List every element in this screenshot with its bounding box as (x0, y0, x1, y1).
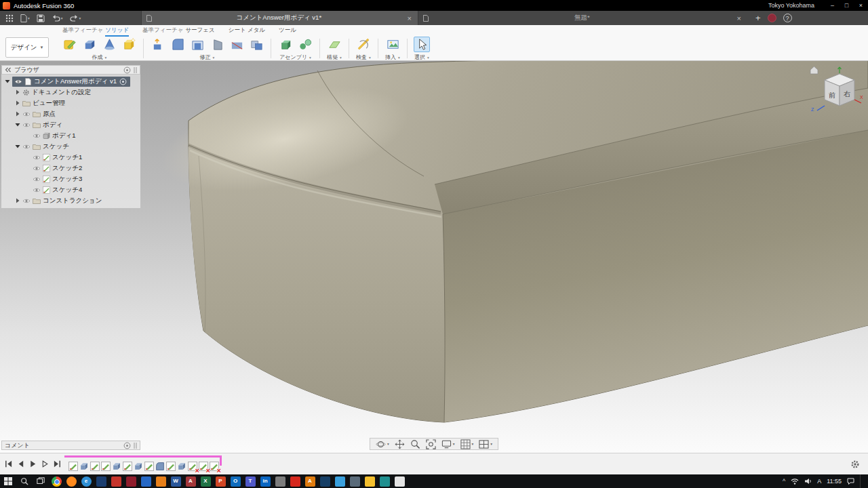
pin-panel-icon[interactable] (123, 442, 131, 449)
timeline-settings-gear-icon[interactable] (850, 460, 860, 469)
file-menu-icon[interactable]: ▾ (18, 11, 32, 25)
timeline-feature-sketch[interactable] (123, 462, 132, 471)
taskbar-app-app-darkblue[interactable] (320, 476, 330, 487)
visibility-eye-icon[interactable] (33, 176, 41, 182)
timeline-feature-sketch[interactable]: × (188, 462, 197, 471)
taskbar-app-word[interactable]: W (171, 476, 181, 487)
insert-canvas-button[interactable] (384, 37, 401, 52)
taskbar-app-outlook[interactable]: O (231, 476, 241, 487)
visibility-eye-icon[interactable] (33, 155, 41, 161)
taskbar-app-chrome[interactable] (52, 476, 62, 487)
timeline-feature-sketch[interactable]: × (199, 462, 208, 471)
joint-button[interactable] (297, 37, 313, 52)
taskbar-app-powerpoint[interactable]: P (216, 476, 226, 487)
minimize-button[interactable]: – (825, 0, 840, 11)
close-tab-icon[interactable]: × (406, 14, 413, 22)
select-cursor-button[interactable] (414, 37, 430, 52)
tree-expand-icon[interactable] (14, 198, 20, 203)
fit-view-icon[interactable] (426, 439, 436, 449)
extrude-button[interactable] (81, 37, 98, 52)
start-button[interactable] (0, 474, 16, 488)
taskbar-app-linkedin[interactable]: in (260, 476, 271, 487)
new-tab-button[interactable]: + (755, 14, 761, 22)
document-tab[interactable]: 無題*× (418, 11, 747, 25)
visibility-eye-icon[interactable] (22, 144, 31, 150)
step-forward-button[interactable] (40, 459, 50, 469)
browser-tree-item[interactable]: スケッチ1 (1, 152, 140, 163)
taskbar-app-autodesk[interactable]: A (305, 476, 315, 487)
ribbon-group-label[interactable]: 構築▾ (327, 54, 342, 61)
browser-tree-item[interactable]: ドキュメントの設定 (1, 87, 140, 98)
timeline-feature-extrude[interactable] (134, 462, 143, 471)
volume-icon[interactable] (804, 478, 812, 485)
taskbar-app-firefox[interactable] (66, 476, 77, 487)
visibility-eye-icon[interactable] (33, 165, 41, 171)
timeline-position-marker[interactable] (64, 455, 220, 458)
browser-root-item[interactable]: コメントAnswer用ボディ v1 (1, 76, 140, 87)
collapse-panel-icon[interactable] (5, 67, 12, 73)
fillet-button[interactable] (170, 37, 186, 52)
timeline-feature-fillet[interactable] (155, 462, 165, 471)
document-tab[interactable]: コメントAnswer用ボディ v1*× (141, 11, 418, 25)
ribbon-tab-ソリッド[interactable]: 基準フィーチャソリッド (62, 26, 129, 36)
ribbon-tab-シート メタル[interactable]: シート メタル (229, 26, 265, 36)
visibility-eye-icon[interactable] (22, 198, 31, 204)
taskbar-app-app-gray[interactable] (275, 476, 285, 487)
clock[interactable]: 11:55 (827, 478, 842, 485)
timeline-feature-sketch[interactable] (68, 462, 78, 471)
view-cube[interactable]: 前 右 X Z (808, 64, 865, 118)
ribbon-group-label[interactable]: 選択▾ (414, 54, 429, 61)
browser-tree-item[interactable]: ビュー管理 (1, 98, 140, 108)
browser-tree-item[interactable]: 原点 (1, 108, 140, 119)
browser-tree-item[interactable]: ボディ (1, 119, 140, 130)
taskbar-app-app-crimson[interactable] (126, 476, 136, 487)
timeline-feature-extrude[interactable] (79, 462, 89, 471)
timeline-feature-sketch[interactable] (166, 462, 176, 471)
browser-tree-item[interactable]: ボディ1 (1, 130, 140, 141)
pan-icon[interactable] (395, 439, 405, 449)
combine-button[interactable] (248, 37, 264, 52)
press-pull-button[interactable] (150, 37, 166, 52)
taskbar-app-app-red[interactable] (111, 476, 121, 487)
taskbar-app-teams[interactable]: T (245, 476, 256, 487)
taskbar-app-excel[interactable]: X (201, 476, 211, 487)
step-back-button[interactable] (16, 459, 26, 469)
taskbar-app-app-white[interactable] (395, 476, 405, 487)
help-button[interactable]: ? (783, 14, 792, 22)
ribbon-tab-サーフェス[interactable]: 基準フィーチャサーフェス (142, 26, 215, 36)
pin-panel-icon[interactable] (123, 66, 131, 74)
taskbar-app-edge[interactable]: e (81, 476, 92, 487)
visibility-eye-icon[interactable] (22, 111, 31, 117)
new-component-button[interactable] (121, 37, 137, 52)
timeline-feature-sketch[interactable]: × (210, 462, 219, 471)
active-document-dot-icon[interactable] (119, 78, 127, 85)
viewcube-home-icon[interactable] (810, 66, 818, 74)
ribbon-group-label[interactable]: 挿入▾ (385, 54, 400, 61)
tree-expand-icon[interactable] (14, 111, 20, 117)
skip-to-start-button[interactable] (3, 459, 14, 469)
viewport-canvas[interactable]: ブラウザ コメントAnswer用ボディ v1ドキュメントの設定ビュー管理原点ボデ… (0, 61, 868, 453)
panel-grip-icon[interactable] (134, 443, 137, 449)
taskbar-app-app-teal[interactable] (380, 476, 390, 487)
notification-icon[interactable] (847, 478, 854, 485)
taskbar-app-app-orange[interactable] (156, 476, 166, 487)
assemble-button[interactable] (277, 37, 294, 52)
ribbon-group-label[interactable]: 作成▾ (92, 54, 107, 61)
draft-button[interactable] (209, 37, 225, 52)
save-icon[interactable] (35, 11, 47, 25)
browser-tree-item[interactable]: スケッチ (1, 141, 140, 152)
maximize-button[interactable]: □ (840, 0, 854, 11)
visibility-eye-icon[interactable] (33, 133, 41, 139)
visibility-eye-icon[interactable] (33, 187, 41, 193)
browser-tree-item[interactable]: スケッチ3 (1, 174, 140, 184)
grid-settings-icon[interactable]: ▾ (460, 439, 474, 449)
orbit-icon[interactable]: ▾ (376, 439, 389, 449)
timeline-feature-sketch[interactable] (101, 462, 111, 471)
grid-menu-icon[interactable] (3, 11, 16, 25)
taskbar-app-app-skyblue[interactable] (335, 476, 345, 487)
ribbon-group-label[interactable]: 検査▾ (356, 54, 371, 61)
taskbar-app-app-slate[interactable] (350, 476, 360, 487)
split-button[interactable] (229, 37, 245, 52)
browser-tree-item[interactable]: コンストラクション (1, 195, 140, 206)
taskbar-app-app-navy[interactable] (96, 476, 106, 487)
